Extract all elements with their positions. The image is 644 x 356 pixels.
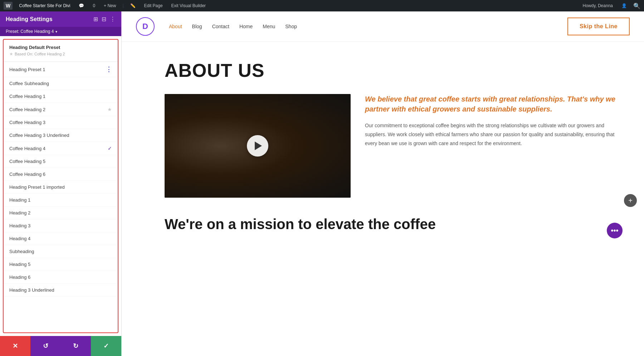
preset-list-container: Heading Default Preset ★ Based On: Coffe… xyxy=(3,39,118,333)
dots-icon: ⋮ xyxy=(106,65,112,73)
left-panel: Heading Settings ⊞ ⊟ ⋮ Preset: Coffee He… xyxy=(0,11,122,356)
preset-item-label: Heading Preset 1 xyxy=(9,67,45,72)
preset-item-label: Coffee Heading 3 xyxy=(9,120,45,125)
preset-item-label: Heading 3 Underlined xyxy=(9,287,54,293)
nav-contact-link[interactable]: Contact xyxy=(212,24,229,29)
text-column: We believe that great coffee starts with… xyxy=(365,94,623,148)
preset-item-label: Coffee Heading 4 xyxy=(9,146,45,151)
preset-item-label: Coffee Heading 1 xyxy=(9,94,45,99)
panel-icon-more[interactable]: ⋮ xyxy=(110,16,116,23)
preset-item-heading-preset-1-imported[interactable]: Heading Preset 1 imported xyxy=(4,181,118,194)
skip-line-button[interactable]: Skip the Line xyxy=(567,18,630,35)
star-icon: ★ xyxy=(107,107,112,112)
comment-icon[interactable]: 💬 xyxy=(77,3,86,9)
checkmark-icon: ✓ xyxy=(108,145,112,151)
preset-item-coffee-heading-2[interactable]: Coffee Heading 2 ★ xyxy=(4,103,118,116)
default-preset-section: Heading Default Preset ★ Based On: Coffe… xyxy=(4,40,118,62)
preset-item-subheading[interactable]: Subheading xyxy=(4,245,118,258)
wp-logo-icon[interactable]: W xyxy=(4,2,13,10)
preset-item-label: Heading 1 xyxy=(9,197,30,203)
panel-title: Heading Settings xyxy=(6,16,53,23)
edit-pencil-icon: ✏️ xyxy=(128,3,138,9)
preset-item-label: Heading 6 xyxy=(9,275,30,280)
panel-icon-grid[interactable]: ⊞ xyxy=(93,16,98,23)
site-name[interactable]: Coffee Starter Site For Divi xyxy=(17,3,72,9)
video-container xyxy=(165,94,351,198)
play-button[interactable] xyxy=(247,135,268,157)
site-nav: D About Blog Contact Home Menu Shop Skip… xyxy=(122,11,644,42)
preset-item-label: Coffee Subheading xyxy=(9,81,49,86)
default-preset-title: Heading Default Preset xyxy=(9,45,112,50)
body-text: Our commitment to exceptional coffee beg… xyxy=(365,121,623,148)
preset-item-heading-4[interactable]: Heading 4 xyxy=(4,232,118,245)
right-content: D About Blog Contact Home Menu Shop Skip… xyxy=(122,11,644,356)
preset-bar[interactable]: Preset: Coffee Heading 4 ▾ xyxy=(0,27,121,36)
nav-menu-link[interactable]: Menu xyxy=(263,24,275,29)
preset-item-label: Heading 2 xyxy=(9,210,30,216)
preset-item-heading-1[interactable]: Heading 1 xyxy=(4,194,118,207)
preset-item-heading-3[interactable]: Heading 3 xyxy=(4,219,118,232)
save-button[interactable]: ✓ xyxy=(91,336,121,356)
new-content-button[interactable]: + New xyxy=(102,3,118,9)
nav-about-link[interactable]: About xyxy=(169,24,182,29)
howdy-label: Howdy, Deanna xyxy=(581,3,615,9)
search-icon[interactable]: 🔍 xyxy=(633,3,640,9)
comment-count: 0 xyxy=(91,3,97,9)
undo-button[interactable]: ↺ xyxy=(30,336,61,356)
preset-item-heading-2[interactable]: Heading 2 xyxy=(4,207,118,219)
preset-item-coffee-heading-3-underlined[interactable]: Coffee Heading 3 Underlined xyxy=(4,129,118,142)
page-title: ABOUT US xyxy=(165,60,623,81)
panel-header: Heading Settings ⊞ ⊟ ⋮ xyxy=(0,11,121,27)
preset-item-coffee-heading-5[interactable]: Coffee Heading 5 xyxy=(4,155,118,168)
preset-bar-label: Preset: Coffee Heading 4 xyxy=(6,29,54,34)
preset-item-coffee-heading-1[interactable]: Coffee Heading 1 xyxy=(4,90,118,103)
cancel-button[interactable]: ✕ xyxy=(0,336,30,356)
preset-item-coffee-heading-3[interactable]: Coffee Heading 3 xyxy=(4,116,118,129)
more-options-button[interactable]: ••• xyxy=(607,223,623,238)
play-triangle-icon xyxy=(255,142,262,150)
redo-button[interactable]: ↻ xyxy=(61,336,91,356)
preset-item-heading-preset-1[interactable]: Heading Preset 1 ⋮ xyxy=(4,62,118,77)
nav-home-link[interactable]: Home xyxy=(239,24,253,29)
mission-heading: We're on a mission to elevate the coffee xyxy=(165,216,623,233)
chevron-down-icon: ▾ xyxy=(55,30,57,34)
bottom-action-bar: ✕ ↺ ↻ ✓ xyxy=(0,336,121,356)
preset-item-label: Heading 5 xyxy=(9,262,30,267)
mission-section: We're on a mission to elevate the coffee… xyxy=(165,216,623,233)
preset-item-coffee-subheading[interactable]: Coffee Subheading xyxy=(4,77,118,90)
add-section-button[interactable]: + xyxy=(624,194,637,207)
panel-icon-layout[interactable]: ⊟ xyxy=(102,16,106,23)
main-layout: Heading Settings ⊞ ⊟ ⋮ Preset: Coffee He… xyxy=(0,11,644,356)
site-logo: D xyxy=(136,17,155,36)
preset-item-label: Heading Preset 1 imported xyxy=(9,184,65,190)
preset-item-heading-5[interactable]: Heading 5 xyxy=(4,258,118,271)
avatar-icon[interactable]: 👤 xyxy=(619,3,629,9)
based-on-label: Based On: Coffee Heading 2 xyxy=(15,52,65,56)
content-row: We believe that great coffee starts with… xyxy=(165,94,623,198)
preset-item-label: Subheading xyxy=(9,249,34,254)
preset-item-label: Coffee Heading 6 xyxy=(9,172,45,177)
exit-visual-builder-link[interactable]: Exit Visual Builder xyxy=(169,3,208,9)
star-icon: ★ xyxy=(9,51,13,56)
highlight-text: We believe that great coffee starts with… xyxy=(365,94,623,114)
page-content: ABOUT US We believe that great coffee st… xyxy=(122,42,644,247)
nav-blog-link[interactable]: Blog xyxy=(192,24,202,29)
preset-item-coffee-heading-6[interactable]: Coffee Heading 6 xyxy=(4,168,118,181)
preset-item-label: Heading 4 xyxy=(9,236,30,241)
preset-item-heading-6[interactable]: Heading 6 xyxy=(4,271,118,284)
preset-item-label: Coffee Heading 3 Underlined xyxy=(9,133,69,138)
panel-header-icons: ⊞ ⊟ ⋮ xyxy=(93,16,116,23)
preset-item-label: Coffee Heading 5 xyxy=(9,159,45,164)
edit-page-link[interactable]: Edit Page xyxy=(142,3,165,9)
nav-links: About Blog Contact Home Menu Shop xyxy=(169,24,297,29)
preset-item-heading-3-underlined[interactable]: Heading 3 Underlined xyxy=(4,284,118,297)
preset-item-label: Heading 3 xyxy=(9,223,30,228)
nav-shop-link[interactable]: Shop xyxy=(285,24,297,29)
video-background xyxy=(165,94,351,198)
default-preset-based: ★ Based On: Coffee Heading 2 xyxy=(9,51,112,56)
wp-admin-bar: W Coffee Starter Site For Divi 💬 0 + New… xyxy=(0,0,644,11)
preset-item-label: Coffee Heading 2 xyxy=(9,107,45,112)
preset-item-coffee-heading-4[interactable]: Coffee Heading 4 ✓ xyxy=(4,142,118,155)
